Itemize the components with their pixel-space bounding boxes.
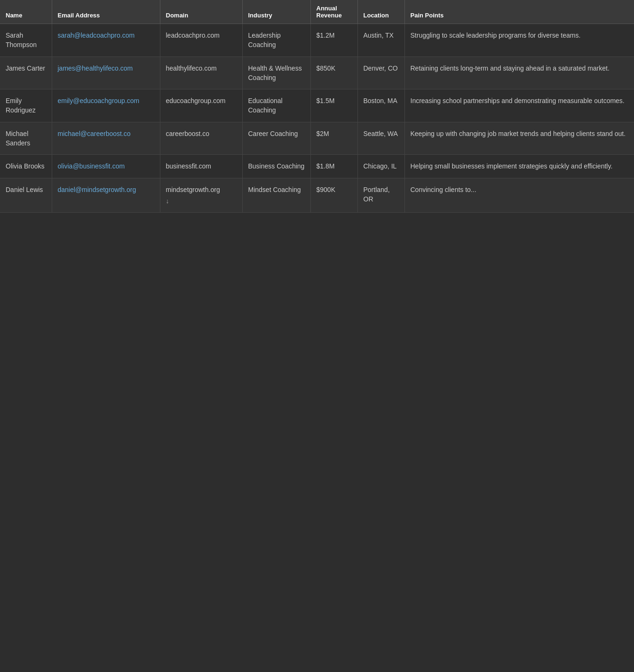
cell-location: Boston, MA xyxy=(357,89,404,122)
table-row: James Carterjames@healthylifeco.comhealt… xyxy=(0,56,634,89)
cell-pain-points: Increasing school partnerships and demon… xyxy=(404,89,634,122)
email-link[interactable]: james@healthylifeco.com xyxy=(58,64,133,72)
cell-location: Austin, TX xyxy=(357,24,404,57)
cell-industry: Educational Coaching xyxy=(242,89,310,122)
cell-email[interactable]: sarah@leadcoachpro.com xyxy=(52,24,160,57)
cell-domain: educoachgroup.com xyxy=(160,89,242,122)
cell-industry: Health & Wellness Coaching xyxy=(242,56,310,89)
contacts-table: Name Email Address Domain Industry Annua… xyxy=(0,0,634,213)
table-row: Emily Rodriguezemily@educoachgroup.comed… xyxy=(0,89,634,122)
email-link[interactable]: emily@educoachgroup.com xyxy=(58,97,140,104)
email-link[interactable]: michael@careerboost.co xyxy=(58,130,131,137)
email-link[interactable]: sarah@leadcoachpro.com xyxy=(58,32,135,39)
table-row: Olivia Brooksolivia@businessfit.combusin… xyxy=(0,155,634,178)
email-link[interactable]: olivia@businessfit.com xyxy=(58,162,125,170)
cell-industry: Leadership Coaching xyxy=(242,24,310,57)
cell-name: James Carter xyxy=(0,56,52,89)
cell-location: Chicago, IL xyxy=(357,155,404,178)
cell-revenue: $900K xyxy=(310,178,357,213)
cell-location: Seattle, WA xyxy=(357,122,404,155)
cell-name: Michael Sanders xyxy=(0,122,52,155)
cell-domain: businessfit.com xyxy=(160,155,242,178)
cell-pain-points: Struggling to scale leadership programs … xyxy=(404,24,634,57)
cell-email[interactable]: daniel@mindsetgrowth.org xyxy=(52,178,160,213)
cell-domain: healthylifeco.com xyxy=(160,56,242,89)
cell-email[interactable]: olivia@businessfit.com xyxy=(52,155,160,178)
col-header-revenue: AnnualRevenue xyxy=(310,0,357,24)
cell-location: Denver, CO xyxy=(357,56,404,89)
cell-email[interactable]: emily@educoachgroup.com xyxy=(52,89,160,122)
table-row: Sarah Thompsonsarah@leadcoachpro.comlead… xyxy=(0,24,634,57)
cell-email[interactable]: james@healthylifeco.com xyxy=(52,56,160,89)
cell-domain: mindsetgrowth.org↓ xyxy=(160,178,242,213)
email-link[interactable]: daniel@mindsetgrowth.org xyxy=(58,186,136,193)
col-header-location: Location xyxy=(357,0,404,24)
col-header-industry: Industry xyxy=(242,0,310,24)
cell-name: Sarah Thompson xyxy=(0,24,52,57)
cell-name: Emily Rodriguez xyxy=(0,89,52,122)
cell-industry: Mindset Coaching xyxy=(242,178,310,213)
col-header-domain: Domain xyxy=(160,0,242,24)
cell-domain: careerboost.co xyxy=(160,122,242,155)
col-header-pain: Pain Points xyxy=(404,0,634,24)
cell-pain-points: Helping small businesses implement strat… xyxy=(404,155,634,178)
col-header-email: Email Address xyxy=(52,0,160,24)
data-table-container: Name Email Address Domain Industry Annua… xyxy=(0,0,634,213)
table-row: Michael Sandersmichael@careerboost.cocar… xyxy=(0,122,634,155)
table-header-row: Name Email Address Domain Industry Annua… xyxy=(0,0,634,24)
scroll-down-icon[interactable]: ↓ xyxy=(166,196,169,206)
cell-revenue: $1.8M xyxy=(310,155,357,178)
cell-name: Daniel Lewis xyxy=(0,178,52,213)
cell-location: Portland, OR xyxy=(357,178,404,213)
cell-industry: Career Coaching xyxy=(242,122,310,155)
cell-revenue: $1.2M xyxy=(310,24,357,57)
cell-revenue: $1.5M xyxy=(310,89,357,122)
cell-industry: Business Coaching xyxy=(242,155,310,178)
cell-revenue: $850K xyxy=(310,56,357,89)
cell-pain-points: Retaining clients long-term and staying … xyxy=(404,56,634,89)
cell-revenue: $2M xyxy=(310,122,357,155)
cell-domain: leadcoachpro.com xyxy=(160,24,242,57)
cell-email[interactable]: michael@careerboost.co xyxy=(52,122,160,155)
col-header-name: Name xyxy=(0,0,52,24)
cell-name: Olivia Brooks xyxy=(0,155,52,178)
table-row: Daniel Lewisdaniel@mindsetgrowth.orgmind… xyxy=(0,178,634,213)
cell-pain-points: Keeping up with changing job market tren… xyxy=(404,122,634,155)
cell-pain-points: Convincing clients to... xyxy=(404,178,634,213)
